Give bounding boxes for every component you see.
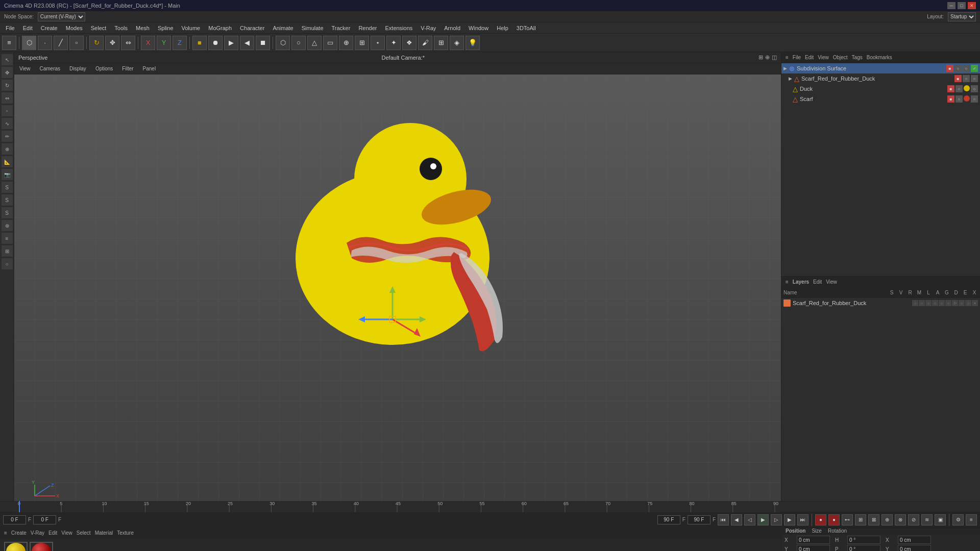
transport-record-all[interactable]: ● (828, 514, 840, 525)
menu-tools[interactable]: Tools (111, 24, 131, 32)
transport-skip-start[interactable]: ⏮ (718, 514, 729, 525)
end-frame-input[interactable] (657, 515, 680, 524)
bottom-edit[interactable]: Edit (48, 530, 57, 536)
toolbar-x-axis[interactable]: X (141, 36, 155, 50)
viewport-menu-options[interactable]: Options (92, 65, 116, 72)
menu-render[interactable]: Render (355, 24, 380, 32)
transport-key3[interactable]: ⊕ (881, 514, 893, 525)
material-scarf[interactable]: Scarf_Pi... (30, 542, 53, 551)
sidebar-rotate[interactable]: ↻ (2, 80, 13, 91)
toolbar-edge-mode[interactable]: ╱ (54, 36, 68, 50)
layer-g[interactable]: ▷ (952, 300, 958, 306)
toolbar-grid[interactable]: ⊞ (434, 36, 448, 50)
viewport-menu-display[interactable]: Display (66, 65, 89, 72)
toolbar-point-mode[interactable]: · (38, 36, 52, 50)
toolbar-sphere[interactable]: ○ (291, 36, 306, 50)
tab-bookmarks[interactable]: Bookmarks (867, 55, 892, 60)
menu-help[interactable]: Help (493, 24, 512, 32)
object-row-duck[interactable]: △ Duck ■ ○ ○ (781, 84, 980, 94)
sidebar-polygon[interactable]: ▫ (2, 105, 13, 116)
tab-tags[interactable]: Tags (852, 55, 863, 60)
toolbar-loft[interactable]: ⊕ (339, 36, 353, 50)
nodespace-select[interactable]: Current (V-Ray) (38, 12, 85, 21)
menu-tracker[interactable]: Tracker (328, 24, 354, 32)
timeline-ruler[interactable] (14, 501, 781, 512)
menu-animate[interactable]: Animate (269, 24, 297, 32)
toolbar-move[interactable]: ✥ (105, 36, 119, 50)
toolbar-box[interactable]: ■ (192, 36, 207, 50)
duck-mat[interactable] (964, 85, 970, 91)
subdiv-render-icon[interactable]: ○ (963, 65, 970, 72)
menu-modes[interactable]: Modes (62, 24, 86, 32)
y-pos-input[interactable] (797, 545, 830, 551)
x-size-input[interactable] (898, 536, 931, 544)
menu-vray[interactable]: V-Ray (417, 24, 439, 32)
toolbar-tool1[interactable]: ⋆ (371, 36, 385, 50)
start-frame-input[interactable] (3, 515, 26, 524)
viewport-btn2[interactable]: ⊕ (765, 54, 770, 61)
transport-layers[interactable]: ≡ (966, 514, 977, 525)
transport-anim[interactable]: ▣ (935, 514, 946, 525)
toolbar-rotate[interactable]: ↻ (89, 36, 104, 50)
sidebar-layers2[interactable]: ≡ (2, 233, 13, 244)
sidebar-s2[interactable]: S (2, 194, 13, 206)
menu-extensions[interactable]: Extensions (381, 24, 416, 32)
bottom-texture[interactable]: Texture (117, 530, 134, 536)
toolbar-tool2[interactable]: ✦ (386, 36, 401, 50)
p-rot-input[interactable] (847, 545, 880, 551)
sidebar-camera[interactable]: 📷 (2, 169, 13, 180)
menu-volume[interactable]: Volume (178, 24, 204, 32)
menu-select[interactable]: Select (87, 24, 110, 32)
layer-r[interactable]: ○ (925, 300, 932, 306)
layer-m[interactable]: ○ (932, 300, 938, 306)
bottom-select[interactable]: Select (77, 530, 91, 536)
transport-key-mgr[interactable]: ⊷ (842, 514, 853, 525)
tab-file[interactable]: File (793, 55, 801, 60)
transport-prev[interactable]: ◀ (731, 514, 742, 525)
sidebar-scale[interactable]: ⇔ (2, 92, 13, 104)
sidebar-measure[interactable]: 📐 (2, 156, 13, 167)
x-pos-input[interactable] (797, 536, 830, 544)
subdiv-vis-icon[interactable]: ○ (954, 65, 962, 72)
material-rubber[interactable]: Rubber_... (4, 542, 28, 551)
bottom-view[interactable]: View (61, 530, 72, 536)
viewport-menu-filter[interactable]: Filter (119, 65, 136, 72)
object-row-scarf-parent[interactable]: ▶ △ Scarf_Red_for_Rubber_Duck ■ ○ ○ (781, 73, 980, 84)
toolbar-record[interactable]: ⏺ (208, 36, 223, 50)
sidebar-move[interactable]: ✥ (2, 67, 13, 78)
menu-character[interactable]: Character (236, 24, 268, 32)
sidebar-paint[interactable]: ✏ (2, 131, 13, 142)
layer-x[interactable]: × (972, 300, 978, 306)
toolbar-z-axis[interactable]: Z (173, 36, 187, 50)
layer-v[interactable]: ○ (919, 300, 925, 306)
menu-arnold[interactable]: Arnold (440, 24, 464, 32)
layers-tab-view[interactable]: View (826, 279, 837, 285)
viewport-btn1[interactable]: ⊞ (758, 54, 763, 61)
tab-view[interactable]: View (818, 55, 829, 60)
toolbar-brush[interactable]: 🖌 (418, 36, 432, 50)
toolbar-menu[interactable]: ≡ (2, 36, 16, 50)
toolbar-stop[interactable]: ⏹ (256, 36, 270, 50)
transport-key2[interactable]: ⊠ (868, 514, 879, 525)
toolbar-play-fw[interactable]: ▶ (224, 36, 238, 50)
transport-next-frame[interactable]: ▷ (771, 514, 782, 525)
menu-3dtoall[interactable]: 3DToAll (513, 24, 540, 32)
scarf-v1[interactable]: ○ (955, 95, 963, 103)
transport-prev-frame[interactable]: ◁ (744, 514, 755, 525)
menu-file[interactable]: File (2, 24, 18, 32)
close-button[interactable]: ✕ (968, 2, 976, 9)
viewport-btn3[interactable]: ◫ (772, 54, 777, 61)
toolbar-tool3[interactable]: ❖ (402, 36, 416, 50)
layers-tab-edit[interactable]: Edit (813, 279, 822, 285)
bottom-create[interactable]: Create (11, 530, 27, 536)
duck-vis1[interactable]: ○ (955, 85, 963, 92)
layer-e[interactable]: ○ (965, 300, 971, 306)
toolbar-light[interactable]: 💡 (465, 36, 480, 50)
sidebar-s3[interactable]: S (2, 207, 13, 218)
sidebar-obj[interactable]: ○ (2, 258, 13, 269)
menu-mograph[interactable]: MoGraph (205, 24, 235, 32)
menu-simulate[interactable]: Simulate (298, 24, 327, 32)
scarf-vis2[interactable]: ○ (971, 75, 978, 82)
toolbar-plane[interactable]: ▭ (323, 36, 337, 50)
sidebar-select[interactable]: ↖ (2, 54, 13, 65)
